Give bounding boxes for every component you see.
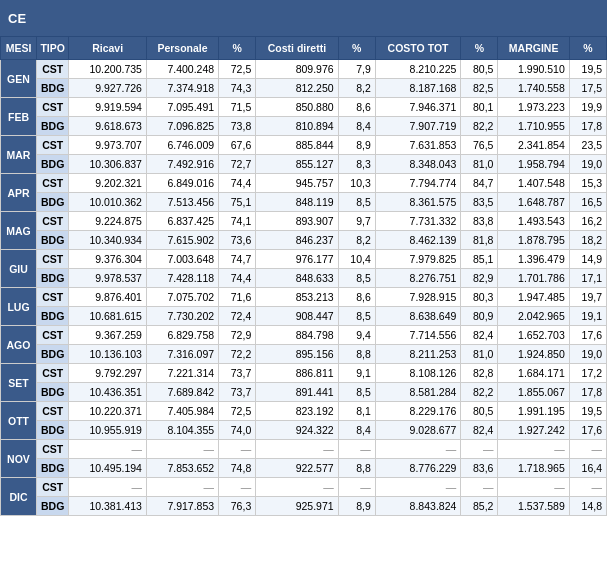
data-cell: 7.853.652 — [146, 459, 218, 478]
data-cell: 895.156 — [256, 345, 338, 364]
data-cell: — — [219, 478, 256, 497]
data-cell: 7.003.648 — [146, 250, 218, 269]
data-cell: 8,5 — [338, 383, 375, 402]
col-header-margine: MARGINE — [498, 37, 569, 60]
tipo-cell: BDG — [37, 345, 69, 364]
col-header-ricavi: Ricavi — [69, 37, 147, 60]
table-row: BDG10.381.4137.917.85376,3925.9718,98.84… — [1, 497, 607, 516]
data-cell: 8.108.126 — [375, 364, 461, 383]
month-cell: OTT — [1, 402, 37, 440]
data-cell: 10.136.103 — [69, 345, 147, 364]
data-cell: 848.633 — [256, 269, 338, 288]
data-cell: 850.880 — [256, 98, 338, 117]
data-cell: 1.991.195 — [498, 402, 569, 421]
data-cell: 81,0 — [461, 155, 498, 174]
data-cell: 7.730.202 — [146, 307, 218, 326]
data-cell: 7,9 — [338, 60, 375, 79]
data-cell: 7.946.371 — [375, 98, 461, 117]
tipo-cell: BDG — [37, 421, 69, 440]
data-cell: 6.746.009 — [146, 136, 218, 155]
data-cell: 82,4 — [461, 421, 498, 440]
data-cell: — — [569, 478, 606, 497]
data-cell: 8,9 — [338, 136, 375, 155]
tipo-cell: BDG — [37, 269, 69, 288]
data-cell: 82,9 — [461, 269, 498, 288]
table-row: DICCST————————— — [1, 478, 607, 497]
data-cell: 8,2 — [338, 79, 375, 98]
data-cell: 9,7 — [338, 212, 375, 231]
data-cell: 7.095.491 — [146, 98, 218, 117]
data-cell: 885.844 — [256, 136, 338, 155]
data-cell: 73,8 — [219, 117, 256, 136]
data-cell: 8.361.575 — [375, 193, 461, 212]
tipo-cell: BDG — [37, 383, 69, 402]
tipo-cell: CST — [37, 440, 69, 459]
data-cell: 10.436.351 — [69, 383, 147, 402]
table-row: NOVCST————————— — [1, 440, 607, 459]
month-cell: GIU — [1, 250, 37, 288]
data-cell: 16,2 — [569, 212, 606, 231]
data-cell: 8,4 — [338, 117, 375, 136]
data-cell: 8.638.649 — [375, 307, 461, 326]
data-cell: 80,1 — [461, 98, 498, 117]
tipo-cell: BDG — [37, 459, 69, 478]
month-cell: FEB — [1, 98, 37, 136]
table-row: BDG10.436.3517.689.84273,7891.4418,58.58… — [1, 383, 607, 402]
data-cell: 7.096.825 — [146, 117, 218, 136]
table-row: APRCST9.202.3216.849.01674,4945.75710,37… — [1, 174, 607, 193]
data-cell: 72,4 — [219, 307, 256, 326]
month-cell: NOV — [1, 440, 37, 478]
data-cell: 8,9 — [338, 497, 375, 516]
data-cell: 74,8 — [219, 459, 256, 478]
data-cell: 73,7 — [219, 364, 256, 383]
data-cell: 6.849.016 — [146, 174, 218, 193]
data-cell: — — [69, 478, 147, 497]
data-cell: 19,7 — [569, 288, 606, 307]
month-cell: APR — [1, 174, 37, 212]
data-cell: 922.577 — [256, 459, 338, 478]
data-cell: 9.202.321 — [69, 174, 147, 193]
data-cell: 8,5 — [338, 269, 375, 288]
data-cell: 925.971 — [256, 497, 338, 516]
main-table: MESI TIPO Ricavi Personale % Costi diret… — [0, 36, 607, 516]
data-cell: 72,9 — [219, 326, 256, 345]
data-cell: 976.177 — [256, 250, 338, 269]
tipo-cell: BDG — [37, 307, 69, 326]
data-cell: 82,2 — [461, 383, 498, 402]
data-cell: 7.928.915 — [375, 288, 461, 307]
data-cell: 7.492.916 — [146, 155, 218, 174]
data-cell: 8,6 — [338, 98, 375, 117]
data-cell: 76,5 — [461, 136, 498, 155]
data-cell: 10.340.934 — [69, 231, 147, 250]
data-cell: 7.731.332 — [375, 212, 461, 231]
data-cell: 7.907.719 — [375, 117, 461, 136]
month-cell: AGO — [1, 326, 37, 364]
tipo-cell: CST — [37, 288, 69, 307]
data-cell: — — [498, 478, 569, 497]
data-cell: 8,4 — [338, 421, 375, 440]
tipo-cell: CST — [37, 364, 69, 383]
table-row: BDG10.010.3627.513.45675,1848.1198,58.36… — [1, 193, 607, 212]
data-cell: 9.978.537 — [69, 269, 147, 288]
data-cell: 71,5 — [219, 98, 256, 117]
data-cell: 7.374.918 — [146, 79, 218, 98]
data-cell: 2.341.854 — [498, 136, 569, 155]
data-cell: 10.381.413 — [69, 497, 147, 516]
col-header-personale: Personale — [146, 37, 218, 60]
tipo-cell: CST — [37, 478, 69, 497]
data-cell: 17,2 — [569, 364, 606, 383]
data-cell: 9.919.594 — [69, 98, 147, 117]
data-cell: 1.493.543 — [498, 212, 569, 231]
data-cell: 9.028.677 — [375, 421, 461, 440]
table-row: SETCST9.792.2977.221.31473,7886.8119,18.… — [1, 364, 607, 383]
tipo-cell: BDG — [37, 155, 69, 174]
data-cell: 83,8 — [461, 212, 498, 231]
data-cell: 17,8 — [569, 117, 606, 136]
data-cell: 72,5 — [219, 402, 256, 421]
data-cell: 10.495.194 — [69, 459, 147, 478]
table-row: BDG9.927.7267.374.91874,3812.2508,28.187… — [1, 79, 607, 98]
tipo-cell: CST — [37, 250, 69, 269]
data-cell: 7.316.097 — [146, 345, 218, 364]
data-cell: 1.701.786 — [498, 269, 569, 288]
col-header-pct2: % — [338, 37, 375, 60]
